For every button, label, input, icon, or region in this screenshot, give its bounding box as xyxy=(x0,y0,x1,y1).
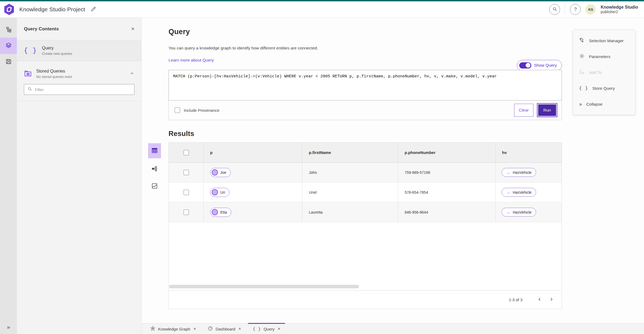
entity-pill[interactable]: Uri xyxy=(210,188,229,197)
stored-queries-subtitle: No stored queries exist xyxy=(36,75,72,79)
entity-node-icon xyxy=(212,209,218,215)
filter-input[interactable] xyxy=(35,87,131,92)
relationship-cell: →HasVehicle xyxy=(495,163,562,182)
cell-phone-number: 578-654-7854 xyxy=(398,190,428,195)
main-area: Query You can query a knowledge graph to… xyxy=(142,18,644,334)
edit-title-button[interactable] xyxy=(89,5,97,13)
link-chart-icon xyxy=(151,165,158,173)
column-header-hv[interactable]: hv xyxy=(496,150,507,155)
include-provenance-label: Include Provenance xyxy=(184,108,219,113)
table-row: EttaLauretta846-956-8644→HasVehicle xyxy=(169,202,562,222)
user-info[interactable]: Knowledge Studio publisher2 xyxy=(601,5,638,14)
panel-title: Query Contents xyxy=(24,26,59,32)
stored-queries-collapse-button[interactable] xyxy=(130,71,134,77)
query-textarea[interactable]: MATCH (p:Person)-[hv:HasVehicle]->(v:Veh… xyxy=(169,70,562,100)
column-header-firstname[interactable]: p.firstName xyxy=(302,150,331,155)
arrow-right-icon: → xyxy=(506,170,510,175)
search-button[interactable] xyxy=(549,4,560,15)
row-checkbox[interactable] xyxy=(184,170,189,175)
user-avatar[interactable]: KS xyxy=(586,4,596,15)
select-all-checkbox[interactable] xyxy=(184,150,189,155)
tab-knowledge-graph[interactable]: Knowledge Graph× xyxy=(145,323,201,334)
app-header: Knowledge Studio Project ? KS Knowledge … xyxy=(0,1,644,18)
help-button[interactable]: ? xyxy=(570,4,581,15)
tab-label: Dashboard xyxy=(215,327,235,331)
learn-more-link[interactable]: Learn more about Query xyxy=(169,58,214,63)
user-role: publisher2 xyxy=(601,10,638,14)
table-row: JoeJohn759-889-57168→HasVehicle xyxy=(169,163,562,182)
page-description: You can query a knowledge graph to ident… xyxy=(169,46,562,51)
table-header-row: p p.firstName p.phoneNumber hv xyxy=(169,143,562,163)
view-mode-link-chart[interactable] xyxy=(148,163,161,175)
firstname-cell: Uriel xyxy=(302,182,398,202)
relationship-pill[interactable]: →HasVehicle xyxy=(502,188,536,197)
entity-pill[interactable]: Etta xyxy=(210,208,231,217)
view-mode-table-grid[interactable] xyxy=(148,143,161,158)
entity-cell: Etta xyxy=(203,202,302,222)
cell-first-name: Lauretta xyxy=(302,210,323,214)
query-item[interactable]: { } Query Create new queries xyxy=(17,40,141,61)
filter-field[interactable] xyxy=(24,84,134,95)
next-page-button[interactable] xyxy=(546,296,557,304)
column-header-p[interactable]: p xyxy=(204,150,213,155)
chevron-right-icon xyxy=(549,297,554,302)
braces-icon: { } xyxy=(253,326,261,332)
tab-query[interactable]: { }Query× xyxy=(248,323,285,334)
chevron-left-icon xyxy=(537,297,542,302)
tab-dashboard[interactable]: Dashboard× xyxy=(203,323,246,334)
tab-close-icon[interactable]: × xyxy=(193,326,196,331)
user-name: Knowledge Studio xyxy=(601,5,638,10)
action-store-query[interactable]: { }Store Query xyxy=(573,80,635,96)
rail-item-layers[interactable] xyxy=(0,38,17,54)
cell-first-name: Uriel xyxy=(302,190,317,195)
include-provenance-checkbox[interactable] xyxy=(175,107,180,113)
action-parameters[interactable]: Parameters xyxy=(573,49,635,64)
double-chevron-right-icon: » xyxy=(7,324,10,330)
rail-expand-button[interactable]: » xyxy=(0,324,17,330)
rail-item-hierarchy[interactable] xyxy=(0,22,17,38)
query-footer: Include Provenance Clear Run xyxy=(169,100,562,120)
query-editor: MATCH (p:Person)-[hv:HasVehicle]->(v:Veh… xyxy=(169,70,562,120)
entity-label: Etta xyxy=(220,210,227,214)
results-table: p p.firstName p.phoneNumber hv JoeJohn75… xyxy=(169,142,562,309)
query-item-title: Query xyxy=(42,46,72,51)
document-tab-bar: Knowledge Graph×Dashboard×{ }Query× xyxy=(142,323,644,334)
action-label: Selection Manager xyxy=(589,38,624,43)
question-icon: ? xyxy=(574,7,577,12)
map-icon xyxy=(151,182,158,190)
run-button[interactable]: Run xyxy=(537,103,557,117)
view-mode-map[interactable] xyxy=(148,180,161,193)
previous-page-button[interactable] xyxy=(534,296,546,304)
horizontal-scrollbar[interactable] xyxy=(169,285,359,288)
row-checkbox[interactable] xyxy=(184,210,189,215)
relationship-pill[interactable]: →HasVehicle xyxy=(502,168,536,177)
results-title: Results xyxy=(169,130,562,138)
panel-close-button[interactable]: × xyxy=(131,26,134,32)
entity-cell: Uri xyxy=(203,182,302,202)
hierarchy-icon xyxy=(5,26,12,34)
tab-close-icon[interactable]: × xyxy=(278,326,280,331)
phone-cell: 759-889-57168 xyxy=(398,163,495,182)
relationship-cell: →HasVehicle xyxy=(495,182,562,202)
action-collapse[interactable]: »Collapse xyxy=(573,96,635,112)
table-body: JoeJohn759-889-57168→HasVehicleUriUriel5… xyxy=(169,163,562,222)
clear-button[interactable]: Clear xyxy=(514,104,533,117)
pagination-label: 1-3 of 3 xyxy=(509,297,522,302)
column-header-phonenumber[interactable]: p.phoneNumber xyxy=(398,150,436,155)
double-chevron-right-icon: » xyxy=(579,101,582,107)
action-add-to: Add To xyxy=(573,64,635,80)
tab-label: Query xyxy=(264,327,275,331)
tab-close-icon[interactable]: × xyxy=(239,326,241,331)
entity-label: Joe xyxy=(220,170,226,175)
show-query-toggle[interactable]: Show Query xyxy=(517,60,562,71)
arrow-right-icon: → xyxy=(506,190,510,195)
stored-queries-header[interactable]: Stored Queries No stored queries exist xyxy=(24,69,134,79)
query-actions-panel: Selection ManagerParametersAdd To{ }Stor… xyxy=(573,30,635,115)
relationship-pill[interactable]: →HasVehicle xyxy=(502,208,536,217)
relationship-label: HasVehicle xyxy=(513,170,532,175)
action-selection-manager[interactable]: Selection Manager xyxy=(573,33,635,49)
rail-item-save[interactable] xyxy=(0,54,17,70)
entity-pill[interactable]: Joe xyxy=(210,168,231,177)
row-checkbox[interactable] xyxy=(184,190,189,195)
braces-icon: { } xyxy=(579,86,588,91)
